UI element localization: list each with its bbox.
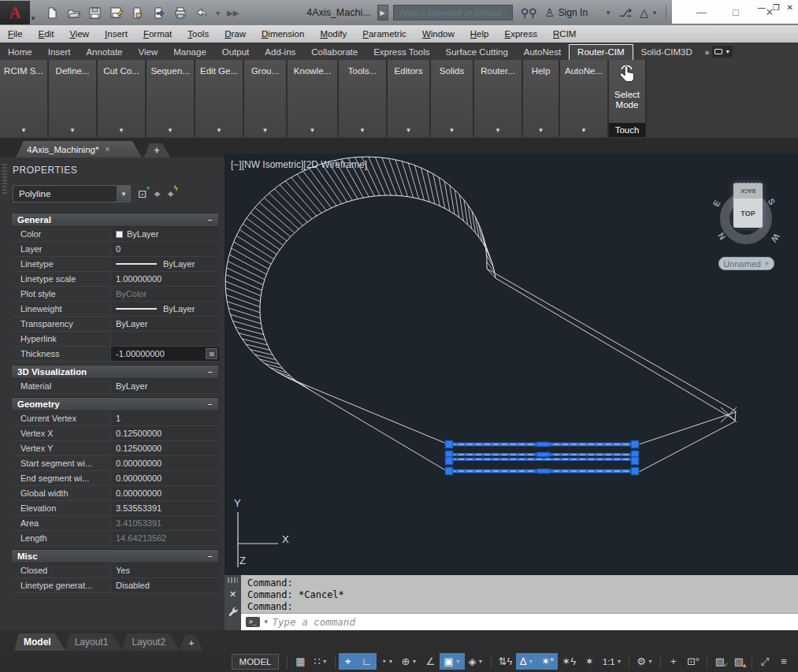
- snap-spacing-icon[interactable]: ∷▼: [310, 653, 331, 670]
- annotation-monitor-icon[interactable]: ∆▼: [516, 653, 537, 670]
- menu-format[interactable]: Format: [135, 29, 180, 39]
- panel-caret-icon[interactable]: ▼: [538, 127, 544, 134]
- section-collapse-icon[interactable]: −: [207, 215, 213, 225]
- object-type-caret-icon[interactable]: ▼: [117, 186, 130, 202]
- caret-down-icon[interactable]: ▼: [411, 659, 417, 664]
- menu-window[interactable]: Window: [414, 29, 462, 39]
- toggle-pickadd-icon[interactable]: ⊡+: [138, 187, 147, 200]
- selected-polyline[interactable]: [445, 440, 639, 475]
- viewport-controls-label[interactable]: [−][NW Isometric][2D Wireframe]: [231, 159, 367, 170]
- menu-file[interactable]: File: [0, 29, 31, 39]
- panel-caret-icon[interactable]: ▼: [69, 127, 76, 134]
- panel-caret-icon[interactable]: ▼: [262, 127, 269, 134]
- performance-warning-icon[interactable]: ▨▲: [729, 653, 748, 670]
- property-value[interactable]: 0.00000000: [111, 471, 219, 485]
- clean-screen-icon[interactable]: ⤢: [755, 653, 774, 670]
- section-header-geometry[interactable]: Geometry−: [11, 397, 219, 411]
- layout-tab-layout1[interactable]: Layout1: [65, 633, 123, 651]
- grip-handle[interactable]: [631, 467, 639, 475]
- autodesk360-caret-icon[interactable]: ▼: [651, 9, 658, 17]
- workspace-gear-icon[interactable]: ⚙▼: [633, 653, 657, 670]
- application-menu-caret-icon[interactable]: ▼: [30, 15, 36, 22]
- annotation-scale-icon[interactable]: ✶: [580, 653, 599, 670]
- command-close-icon[interactable]: ✕: [229, 589, 236, 600]
- menu-draw[interactable]: Draw: [217, 29, 254, 39]
- autodesk360-icon[interactable]: △: [640, 6, 648, 19]
- hardware-acceleration-icon[interactable]: ▨✓: [711, 653, 729, 670]
- caret-down-icon[interactable]: ▼: [528, 659, 533, 664]
- ribbon-panel-cutco[interactable]: Cut Co...▼: [98, 60, 147, 137]
- open-file-icon[interactable]: [67, 6, 81, 20]
- property-value[interactable]: 3.53553391: [111, 501, 219, 515]
- palette-grip-handle[interactable]: [2, 164, 7, 195]
- ribbon-tab-view[interactable]: View: [131, 45, 166, 60]
- panel-caret-icon[interactable]: ▼: [20, 127, 27, 134]
- menu-parametric[interactable]: Parametric: [354, 29, 414, 39]
- property-value[interactable]: 0: [111, 242, 219, 256]
- object-snap-icon[interactable]: ▣▼: [440, 653, 464, 670]
- menu-help[interactable]: Help: [462, 29, 497, 39]
- property-value[interactable]: 0.12500000: [111, 426, 219, 440]
- grip-handle[interactable]: [445, 467, 453, 475]
- ribbon-panel-solids[interactable]: Solids▼: [431, 60, 474, 137]
- doc-minimize-icon[interactable]: —: [758, 3, 766, 12]
- recent-commands-caret-icon[interactable]: ▼: [263, 618, 269, 626]
- ribbon-tab-autonest[interactable]: AutoNest: [516, 45, 569, 60]
- export-icon[interactable]: [152, 6, 166, 20]
- property-value[interactable]: ByLayer: [111, 302, 219, 316]
- section-header-3d-visualization[interactable]: 3D Visualization−: [11, 365, 219, 379]
- quick-properties-icon[interactable]: ⊡°: [683, 653, 703, 670]
- property-value[interactable]: 1.00000000: [111, 272, 219, 286]
- grip-handle[interactable]: [536, 442, 550, 447]
- menu-express[interactable]: Express: [496, 29, 545, 39]
- touch-panel[interactable]: SelectModeTouch: [609, 60, 647, 137]
- property-value[interactable]: 0.00000000: [111, 456, 219, 470]
- menu-tools[interactable]: Tools: [180, 29, 217, 39]
- model-space-button[interactable]: MODEL: [232, 654, 280, 670]
- snap-mode-icon[interactable]: ⌖: [339, 653, 358, 670]
- ribbon-tab-overflow-icon[interactable]: »: [700, 48, 713, 60]
- layout-tab-add-button[interactable]: +: [180, 635, 203, 651]
- calculator-icon[interactable]: ⊞: [206, 348, 217, 359]
- command-grip-handle[interactable]: [228, 577, 238, 583]
- command-wrench-icon[interactable]: [228, 606, 238, 616]
- title-expand-icon[interactable]: ▶: [377, 5, 388, 20]
- polar-tracking-icon[interactable]: ◔▼: [377, 653, 398, 670]
- ortho-mode-icon[interactable]: ∟: [358, 653, 377, 670]
- grip-handle[interactable]: [536, 469, 550, 473]
- maximize-button[interactable]: □: [733, 6, 739, 18]
- panel-caret-icon[interactable]: ▼: [449, 127, 455, 134]
- customization-icon[interactable]: ≡: [774, 653, 793, 670]
- file-tab-close-icon[interactable]: ×: [105, 145, 109, 154]
- caret-down-icon[interactable]: ▼: [322, 659, 328, 664]
- viewcube[interactable]: BACK TOP: [733, 183, 763, 228]
- ribbon-tab-router-cim[interactable]: Router-CIM: [569, 44, 633, 60]
- ribbon-panel-knowle[interactable]: Knowle...▼: [288, 60, 339, 137]
- ribbon-tab-surface-cutting[interactable]: Surface Cutting: [438, 45, 516, 60]
- quick-select-icon[interactable]: ⌖ϟ: [168, 187, 174, 201]
- caret-down-icon[interactable]: ▼: [616, 659, 622, 664]
- menu-view[interactable]: View: [61, 29, 97, 39]
- property-value[interactable]: Yes: [111, 563, 219, 577]
- isometric-drafting-icon[interactable]: ⊕▼: [398, 653, 421, 670]
- panel-caret-icon[interactable]: ▼: [406, 127, 412, 134]
- new-drawing-tab-button[interactable]: +: [143, 143, 170, 158]
- section-collapse-icon[interactable]: −: [207, 551, 213, 561]
- search-binoculars-icon[interactable]: ⚲⚲: [521, 6, 537, 19]
- menu-dimension[interactable]: Dimension: [254, 29, 312, 39]
- property-value[interactable]: ByLayer: [111, 379, 219, 393]
- ribbon-panel-define[interactable]: Define...▼: [49, 60, 98, 137]
- ribbon-tab-manage[interactable]: Manage: [165, 45, 214, 60]
- ribbon-tab-output[interactable]: Output: [214, 45, 258, 60]
- caret-down-icon[interactable]: ▼: [478, 659, 484, 664]
- help-search-box[interactable]: [393, 5, 513, 20]
- minimize-button[interactable]: —: [696, 6, 707, 18]
- section-collapse-icon[interactable]: −: [207, 367, 213, 377]
- crosshair-plus-icon[interactable]: +: [664, 653, 683, 670]
- doc-close-icon[interactable]: ✕: [787, 3, 793, 12]
- ribbon-tab-annotate[interactable]: Annotate: [78, 45, 130, 60]
- property-value[interactable]: 0.00000000: [111, 486, 219, 500]
- save-icon[interactable]: [88, 6, 102, 20]
- property-value[interactable]: Disabled: [111, 578, 219, 592]
- model-viewport[interactable]: Y X Z [−][NW Isometric][2D Wireframe] E …: [225, 154, 798, 575]
